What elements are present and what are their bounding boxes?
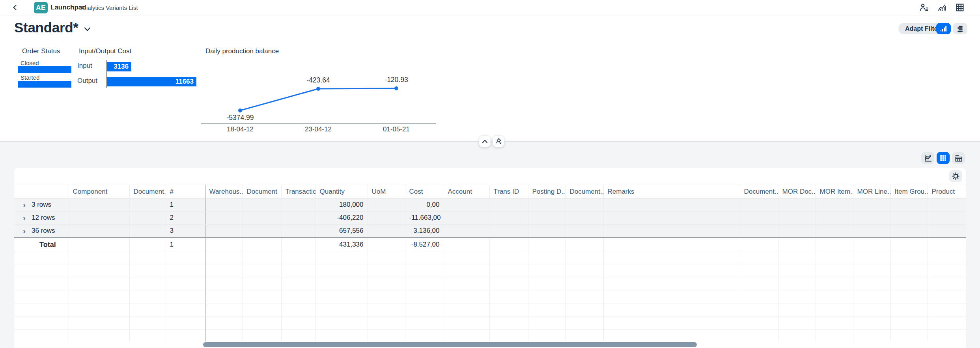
apps-grid-button[interactable] (955, 2, 967, 13)
total-row: Total 1 431,336 -8.527,00 (14, 238, 966, 251)
expand-chevron-icon[interactable]: › (23, 202, 26, 208)
daily-balance-chart: -5374.99 -423.64 -120.93 18-04-12 23-04-… (197, 54, 446, 133)
unpin-button[interactable] (493, 135, 504, 147)
empty-cell: ›3 rows (14, 198, 69, 211)
empty-cell (928, 238, 966, 251)
column-header[interactable]: Posting D... (528, 185, 566, 198)
bar-value-label: 11663 (175, 78, 194, 86)
empty-cell (129, 198, 166, 211)
column-header[interactable]: MOR Item... (816, 185, 853, 198)
empty-cell (928, 198, 966, 211)
empty-cell (778, 198, 816, 211)
table-body: ›3 rows 1 180,000 0,00 ›12 rows 2 -406,2… (14, 198, 966, 342)
empty-cell (528, 211, 566, 225)
empty-cell (243, 225, 281, 238)
cell-number: 1 (166, 238, 205, 251)
column-header[interactable]: Document (243, 185, 281, 198)
column-header[interactable]: Document... (566, 185, 603, 198)
column-header[interactable]: Transactio... (281, 185, 315, 198)
bar-input[interactable]: 3136 (107, 62, 131, 71)
variant-title-group[interactable]: Standard* (14, 20, 91, 36)
table-header-row: Component Document... # Warehous... Docu… (14, 185, 966, 198)
pin-off-icon (495, 138, 502, 145)
expand-chevron-icon[interactable]: › (23, 228, 26, 234)
bar-started[interactable] (18, 81, 71, 88)
table-settings-button[interactable] (949, 170, 962, 182)
empty-cell (444, 238, 489, 251)
empty-cell (205, 198, 243, 211)
cell-number: 2 (166, 211, 205, 225)
column-header[interactable]: Document... (740, 185, 778, 198)
horizontal-scrollbar[interactable] (14, 341, 966, 348)
pivot-table-icon (955, 154, 963, 162)
variant-chevron-down-icon[interactable] (84, 27, 91, 32)
column-header[interactable]: Document... (129, 185, 166, 198)
back-button[interactable] (12, 3, 22, 12)
empty-cell (368, 198, 405, 211)
column-header[interactable]: Quantity (315, 185, 368, 198)
empty-cell (281, 225, 315, 238)
person-list-icon (920, 3, 928, 12)
empty-cell (368, 238, 405, 251)
data-point[interactable] (394, 86, 398, 90)
empty-cell (603, 238, 740, 251)
group-row-label: 3 rows (32, 201, 51, 208)
io-cost-chart: 3136 11663 (106, 60, 202, 88)
horizontal-scrollbar-thumb[interactable] (203, 342, 697, 347)
empty-cell (69, 211, 129, 225)
empty-cell (281, 238, 315, 251)
x-tick-label: 23-04-12 (305, 125, 332, 133)
data-point[interactable] (316, 87, 320, 91)
expand-chevron-icon[interactable]: › (23, 215, 26, 221)
pivot-view-button[interactable] (952, 152, 965, 164)
empty-cell (489, 238, 528, 251)
order-status-chart: Closed Started (18, 59, 73, 88)
data-label: -423.64 (306, 76, 330, 84)
bar-category-label: Closed (21, 60, 73, 66)
empty-cell (778, 225, 816, 238)
empty-cell (444, 198, 489, 211)
data-point[interactable] (238, 109, 242, 112)
table-row[interactable]: ›3 rows 1 180,000 0,00 (14, 198, 966, 211)
bar-closed[interactable] (18, 66, 71, 73)
x-tick-label: 18-04-12 (227, 125, 254, 133)
empty-table-row (14, 316, 966, 329)
toggle-filter-bar-button[interactable] (953, 23, 967, 34)
empty-cell (778, 211, 816, 225)
user-activities-button[interactable] (919, 2, 931, 13)
column-header[interactable] (14, 185, 69, 198)
cell-cost: 3.136,00 (405, 225, 444, 238)
bar-output[interactable]: 11663 (107, 77, 196, 86)
column-header[interactable]: MOR Doc... (778, 185, 816, 198)
toggle-chart-visibility-button[interactable] (936, 23, 951, 34)
empty-table-row (14, 303, 966, 316)
shell-topbar: AE Launchpad Analytics Variants List (0, 0, 980, 15)
empty-cell (603, 211, 740, 225)
column-header[interactable]: Trans ID (489, 185, 528, 198)
column-header[interactable]: Account (444, 185, 489, 198)
cell-cost: -11.663,00 (405, 211, 444, 225)
empty-cell (69, 238, 129, 251)
table-row[interactable]: ›12 rows 2 -406,220 -11.663,00 (14, 211, 966, 225)
empty-table-row (14, 277, 966, 290)
column-header[interactable]: Item Grou... (890, 185, 928, 198)
column-header[interactable]: # (166, 185, 205, 198)
column-header[interactable]: Product (928, 185, 966, 198)
chart-view-button[interactable] (921, 152, 934, 164)
x-tick-label: 01-05-21 (383, 125, 410, 133)
column-header[interactable]: Remarks (603, 185, 740, 198)
column-header[interactable]: MOR Line... (853, 185, 890, 198)
column-header[interactable]: UoM (368, 185, 405, 198)
table-row[interactable]: ›36 rows 3 657,556 3.136,00 (14, 225, 966, 238)
collapse-header-button[interactable] (479, 135, 491, 147)
analytics-button[interactable] (937, 2, 949, 13)
empty-cell (890, 225, 928, 238)
cell-cost: -8.527,00 (405, 238, 444, 251)
empty-cell (243, 238, 281, 251)
column-header[interactable]: Component (69, 185, 129, 198)
grid-view-button[interactable] (937, 152, 950, 164)
empty-cell (129, 238, 166, 251)
column-header[interactable]: Cost (405, 185, 444, 198)
column-header[interactable]: Warehous... (205, 185, 243, 198)
empty-cell (853, 225, 890, 238)
